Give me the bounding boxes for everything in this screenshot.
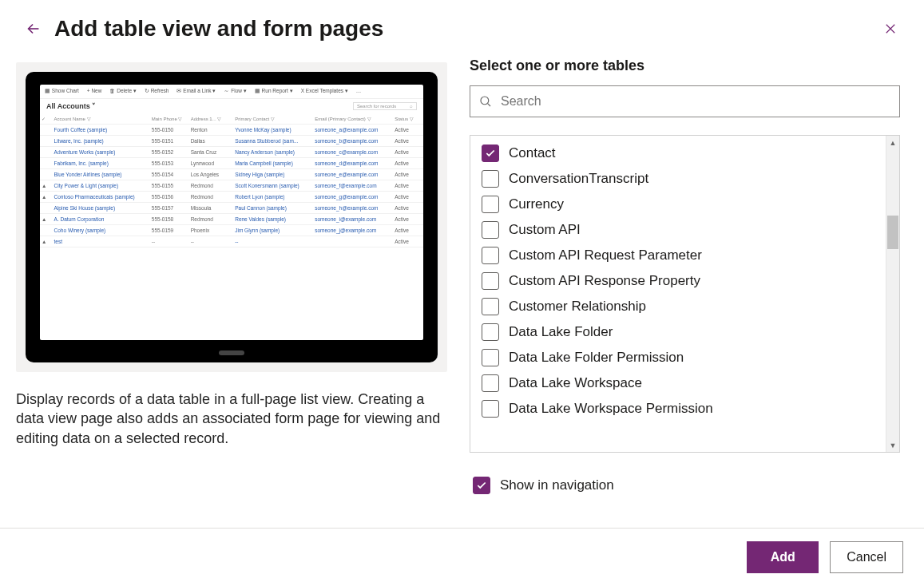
table-item-checkbox[interactable] xyxy=(482,272,499,290)
section-label: Select one or more tables xyxy=(470,57,900,74)
scrollbar[interactable]: ▲ ▼ xyxy=(886,136,899,452)
table-item-checkbox[interactable] xyxy=(482,400,499,418)
show-in-navigation-option[interactable]: Show in navigation xyxy=(470,477,900,494)
table-item-checkbox[interactable] xyxy=(482,323,499,341)
table-item-checkbox[interactable] xyxy=(482,374,499,392)
table-item-checkbox[interactable] xyxy=(482,247,499,264)
checkmark-icon xyxy=(485,148,496,159)
search-input[interactable] xyxy=(499,93,891,109)
scroll-down-icon[interactable]: ▼ xyxy=(886,438,899,452)
table-item[interactable]: Data Lake Folder Permission xyxy=(470,345,886,370)
preview-thumbnail: ▦ Show Chart + New 🗑 Delete ▾ ↻ Refresh … xyxy=(16,62,447,372)
table-item[interactable]: Customer Relationship xyxy=(470,294,886,319)
table-item-label: ConversationTranscript xyxy=(509,171,648,187)
search-box[interactable] xyxy=(470,85,900,117)
table-item[interactable]: Currency xyxy=(470,192,886,217)
table-item-checkbox[interactable] xyxy=(482,170,499,188)
checkmark-icon xyxy=(476,480,487,491)
arrow-left-icon xyxy=(25,20,42,38)
table-item[interactable]: Data Lake Workspace Permission xyxy=(470,396,886,422)
table-item-label: Custom API xyxy=(509,222,581,238)
cancel-button[interactable]: Cancel xyxy=(830,541,903,573)
table-item[interactable]: ConversationTranscript xyxy=(470,166,886,192)
show-in-navigation-label: Show in navigation xyxy=(500,477,614,493)
table-item[interactable]: Custom API Request Parameter xyxy=(470,243,886,268)
search-icon xyxy=(478,94,493,109)
close-button[interactable] xyxy=(879,18,902,40)
back-button[interactable] xyxy=(22,18,45,40)
close-icon xyxy=(883,22,898,36)
svg-point-0 xyxy=(481,97,489,105)
show-in-navigation-checkbox[interactable] xyxy=(473,477,490,494)
table-item-checkbox[interactable] xyxy=(482,221,499,239)
table-item-checkbox[interactable] xyxy=(482,196,499,213)
table-item-label: Data Lake Folder Permission xyxy=(509,350,684,366)
table-item-label: Data Lake Folder xyxy=(509,324,613,340)
table-item[interactable]: Custom API xyxy=(470,217,886,243)
table-item-label: Custom API Response Property xyxy=(509,273,700,289)
dialog-title: Add table view and form pages xyxy=(54,16,879,42)
table-item[interactable]: Data Lake Workspace xyxy=(470,370,886,396)
table-item-label: Customer Relationship xyxy=(509,299,646,315)
scroll-thumb[interactable] xyxy=(887,216,898,249)
table-item-label: Currency xyxy=(509,196,564,212)
table-list: ContactConversationTranscriptCurrencyCus… xyxy=(470,136,886,452)
table-item[interactable]: Custom API Response Property xyxy=(470,268,886,294)
table-item-checkbox[interactable] xyxy=(482,349,499,366)
table-item-checkbox[interactable] xyxy=(482,145,499,162)
description-text: Display records of a data table in a ful… xyxy=(16,390,447,448)
table-item-label: Custom API Request Parameter xyxy=(509,247,702,263)
table-item-label: Data Lake Workspace Permission xyxy=(509,401,713,417)
table-item-checkbox[interactable] xyxy=(482,298,499,315)
table-item-label: Contact xyxy=(509,145,556,161)
add-button[interactable]: Add xyxy=(747,541,819,573)
table-item[interactable]: Data Lake Folder xyxy=(470,319,886,345)
scroll-up-icon[interactable]: ▲ xyxy=(886,136,899,149)
table-item[interactable]: Contact xyxy=(470,141,886,166)
table-item-label: Data Lake Workspace xyxy=(509,375,642,391)
